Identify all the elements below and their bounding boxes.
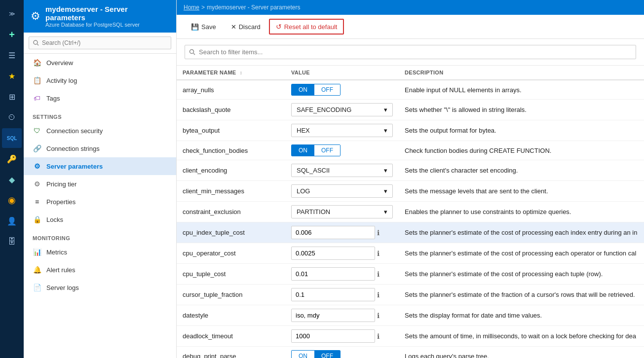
- connection-security-icon: 🛡: [33, 126, 41, 135]
- toggle-off-button[interactable]: OFF: [314, 351, 340, 358]
- param-value-cell[interactable]: ℹ: [285, 285, 399, 305]
- reset-icon: ↺: [276, 23, 282, 31]
- param-value-cell[interactable]: ONOFF: [285, 80, 399, 100]
- toggle-on-button[interactable]: ON: [292, 84, 314, 95]
- chevron-down-icon: ▾: [384, 187, 387, 195]
- circle-icon[interactable]: ◉: [2, 190, 22, 210]
- monitoring-section-label: MONITORING: [24, 228, 176, 243]
- dropdown-value: HEX: [297, 127, 310, 134]
- sidebar-item-server-logs[interactable]: 📄 Server logs: [24, 279, 176, 296]
- sort-icon[interactable]: ↕: [240, 70, 242, 75]
- hamburger-icon[interactable]: ☰: [2, 45, 22, 65]
- sidebar-item-label: Metrics: [46, 249, 67, 256]
- param-value-cell[interactable]: ONOFF: [285, 141, 399, 160]
- param-text-input[interactable]: [291, 267, 375, 281]
- table-row: bytea_outputHEX▾Sets the output format f…: [177, 120, 644, 141]
- toggle-on-button[interactable]: ON: [292, 351, 314, 358]
- info-icon[interactable]: ℹ: [377, 229, 379, 237]
- dropdown-select[interactable]: SQL_ASCII▾: [291, 164, 393, 177]
- search-input[interactable]: [29, 36, 171, 49]
- activity-log-icon: 📋: [33, 76, 41, 85]
- sidebar-item-locks[interactable]: 🔒 Locks: [24, 211, 176, 228]
- toggle-group[interactable]: ONOFF: [291, 144, 341, 156]
- sidebar-item-pricing-tier[interactable]: ⚙ Pricing tier: [24, 175, 176, 193]
- param-value-cell[interactable]: ℹ: [285, 326, 399, 347]
- param-text-input[interactable]: [291, 329, 375, 343]
- filter-input[interactable]: [185, 45, 636, 59]
- param-value-cell[interactable]: SAFE_ENCODING▾: [285, 100, 399, 120]
- breadcrumb-current: mydemoserver - Server parameters: [207, 4, 300, 11]
- sidebar-item-label: Locks: [46, 216, 63, 223]
- dropdown-select[interactable]: LOG▾: [291, 184, 393, 198]
- sidebar-item-overview[interactable]: 🏠 Overview: [24, 54, 176, 72]
- save-button[interactable]: 💾 Save: [185, 20, 223, 34]
- toggle-group[interactable]: ONOFF: [291, 350, 341, 358]
- star-icon[interactable]: ★: [2, 66, 22, 86]
- sidebar-item-connection-strings[interactable]: 🔗 Connection strings: [24, 140, 176, 157]
- discard-button[interactable]: ✕ Discard: [225, 20, 267, 34]
- toggle-off-button[interactable]: OFF: [314, 145, 340, 156]
- param-value-cell[interactable]: ONOFF: [285, 347, 399, 358]
- info-icon[interactable]: ℹ: [377, 250, 379, 257]
- clock-icon[interactable]: ⏲: [2, 107, 22, 127]
- param-description-cell: Enable input of NULL elements in arrays.: [399, 80, 644, 100]
- main-content: Home > mydemoserver - Server parameters …: [177, 0, 644, 358]
- dropdown-select[interactable]: SAFE_ENCODING▾: [291, 103, 393, 116]
- pricing-tier-icon: ⚙: [33, 179, 41, 188]
- person-icon[interactable]: 👤: [2, 211, 22, 231]
- toggle-on-button[interactable]: ON: [292, 145, 314, 156]
- param-text-input[interactable]: [291, 288, 375, 301]
- param-value-cell[interactable]: ℹ: [285, 243, 399, 264]
- key-icon[interactable]: 🔑: [2, 149, 22, 169]
- param-value-cell[interactable]: PARTITION▾: [285, 202, 399, 222]
- info-icon[interactable]: ℹ: [377, 291, 379, 299]
- plus-icon[interactable]: +: [2, 25, 22, 44]
- param-text-input[interactable]: [291, 247, 375, 260]
- sidebar: ⚙ mydemoserver - Server parameters Azure…: [24, 0, 177, 358]
- locks-icon: 🔒: [33, 215, 41, 224]
- sidebar-item-label: Connection security: [46, 127, 103, 135]
- param-name-cell: deadlock_timeout: [177, 326, 285, 347]
- sidebar-subtitle: Azure Database for PostgreSQL server: [45, 22, 169, 28]
- info-icon[interactable]: ℹ: [377, 332, 379, 340]
- reset-button[interactable]: ↺ Reset all to default: [269, 19, 344, 35]
- discard-icon: ✕: [231, 23, 236, 31]
- param-value-cell[interactable]: LOG▾: [285, 181, 399, 202]
- settings-section-label: SETTINGS: [24, 107, 176, 122]
- breadcrumb-home[interactable]: Home: [184, 4, 199, 11]
- info-icon[interactable]: ℹ: [377, 312, 379, 320]
- param-text-input[interactable]: [291, 226, 375, 239]
- param-name-cell: client_min_messages: [177, 181, 285, 202]
- sidebar-item-alert-rules[interactable]: 🔔 Alert rules: [24, 261, 176, 279]
- diamond-icon[interactable]: ◆: [2, 170, 22, 189]
- sidebar-item-metrics[interactable]: 📊 Metrics: [24, 243, 176, 261]
- sidebar-item-label: Pricing tier: [46, 180, 76, 188]
- sidebar-item-server-parameters[interactable]: ⚙ Server parameters: [24, 157, 176, 175]
- param-value-cell[interactable]: SQL_ASCII▾: [285, 160, 399, 181]
- table-row: constraint_exclusionPARTITION▾Enables th…: [177, 202, 644, 222]
- param-text-input[interactable]: [291, 309, 375, 322]
- param-value-cell[interactable]: ℹ: [285, 264, 399, 285]
- param-name-cell: bytea_output: [177, 120, 285, 141]
- param-value-cell[interactable]: ℹ: [285, 305, 399, 326]
- toggle-off-button[interactable]: OFF: [314, 84, 340, 95]
- sql-icon[interactable]: SQL: [2, 128, 22, 148]
- info-icon[interactable]: ℹ: [377, 270, 379, 278]
- sidebar-item-connection-security[interactable]: 🛡 Connection security: [24, 122, 176, 140]
- dropdown-select[interactable]: PARTITION▾: [291, 205, 393, 218]
- param-value-cell[interactable]: ℹ: [285, 222, 399, 243]
- db-icon[interactable]: 🗄: [2, 232, 22, 251]
- param-value-cell[interactable]: HEX▾: [285, 120, 399, 141]
- sidebar-item-tags[interactable]: 🏷 Tags: [24, 89, 176, 107]
- sidebar-item-label: Properties: [46, 198, 76, 206]
- expand-icon[interactable]: ≫: [2, 4, 22, 24]
- sidebar-item-properties[interactable]: ≡ Properties: [24, 193, 176, 211]
- table-row: client_min_messagesLOG▾Sets the message …: [177, 181, 644, 202]
- sidebar-item-activity-log[interactable]: 📋 Activity log: [24, 72, 176, 89]
- tags-icon: 🏷: [33, 94, 41, 103]
- dropdown-select[interactable]: HEX▾: [291, 124, 393, 137]
- param-description-cell: Sets the amount of time, in milliseconds…: [399, 326, 644, 347]
- toggle-group[interactable]: ONOFF: [291, 84, 341, 96]
- filter-bar: [177, 39, 644, 66]
- grid-icon[interactable]: ⊞: [2, 87, 22, 107]
